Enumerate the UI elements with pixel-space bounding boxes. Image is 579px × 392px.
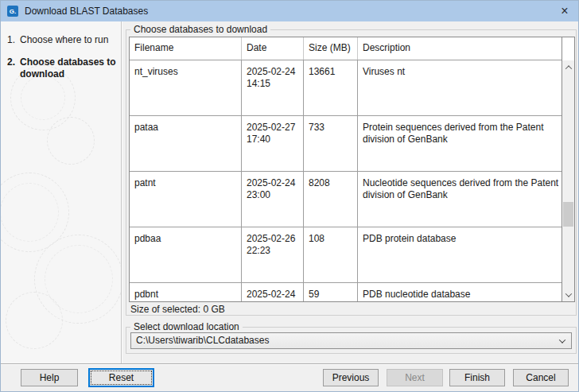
panel-divider-highlight [122,21,122,364]
cell-filename: pataa [130,116,242,171]
table-scrollbar[interactable] [562,37,574,301]
wizard-steps-list: 1.Choose where to run2.Choose databases … [7,34,117,91]
cell-size: 8208 [304,172,358,227]
date-value: 2025-02-27 [247,122,301,134]
column-header[interactable]: Filename [130,37,242,60]
time-value: 14:15 [247,78,301,90]
download-location-combobox[interactable]: C:\Users\tiwarib\CLCdatabases [130,332,572,349]
cell-size: 733 [304,116,358,171]
column-header[interactable]: Date [242,37,304,60]
time-value: 23:01 [247,301,301,301]
finish-button[interactable]: Finish [449,369,505,386]
cell-description: Protein sequences derived from the Paten… [358,116,562,171]
time-value: 23:00 [247,189,301,201]
size-of-selected-label: Size of selected: 0 GB [130,304,225,315]
title-bar[interactable]: G. Download BLAST Databases × [1,1,578,21]
cell-size: 108 [304,227,358,282]
cell-size: 13661 [304,60,358,115]
cell-description: Viruses nt [358,60,562,115]
close-icon[interactable]: × [551,1,578,21]
wizard-step-panel: 1.Choose where to run2.Choose databases … [1,21,121,364]
step-label: Choose databases to download [20,56,117,80]
cell-size: 59 [304,283,358,301]
table-row[interactable]: nt_viruses2025-02-2414:1513661Viruses nt [130,60,562,116]
download-blast-databases-dialog: G. Download BLAST Databases × 1.Choose w… [0,0,579,392]
date-value: 2025-02-24 [247,289,301,301]
combobox-dropdown-button[interactable] [554,339,571,343]
chevron-down-icon [565,290,571,297]
step-number: 2. [7,56,20,80]
wizard-step: 1.Choose where to run [7,34,117,46]
wizard-step: 2.Choose databases to download [7,56,117,80]
scrollbar-track[interactable] [562,60,574,301]
footer-divider-highlight [1,364,578,365]
date-value: 2025-02-26 [247,233,301,245]
table-row[interactable]: patnt2025-02-2423:008208Nucleotide seque… [130,172,562,227]
table-row[interactable]: pdbaa2025-02-2622:23108PDB protein datab… [130,227,562,283]
watermark-swirl [6,292,63,349]
cell-description: PDB nucleotide database [358,283,562,301]
scroll-down-button[interactable] [562,288,574,301]
cell-description: Nucleotide sequences derived from the Pa… [358,172,562,227]
cell-filename: pdbaa [130,227,242,282]
cell-date: 2025-02-2423:01 [242,283,304,301]
cell-date: 2025-02-2622:23 [242,227,304,282]
watermark-swirl [47,117,95,165]
date-value: 2025-02-24 [247,177,301,189]
previous-button[interactable]: Previous [323,369,379,386]
cell-filename: patnt [130,172,242,227]
cell-date: 2025-02-2414:15 [242,60,304,115]
databases-table: FilenameDateSize (MB)Description nt_viru… [129,37,575,302]
cell-filename: pdbnt [130,283,242,301]
step-label: Choose where to run [20,34,117,46]
table-row[interactable]: pataa2025-02-2717:40733Protein sequences… [130,116,562,172]
column-header[interactable]: Description [358,37,562,60]
cancel-button[interactable]: Cancel [513,369,569,386]
time-value: 22:23 [247,245,301,257]
window-title: Download BLAST Databases [25,6,148,17]
scrollbar-thumb[interactable] [563,202,573,227]
chevron-up-icon [565,65,571,72]
cell-description: PDB protein database [358,227,562,282]
download-location-legend: Select download location [130,321,243,332]
table-body: nt_viruses2025-02-2414:1513661Viruses nt… [130,60,562,301]
databases-groupbox-legend: Choose databases to download [130,24,270,35]
chevron-down-icon [559,336,565,343]
next-button[interactable]: Next [387,369,443,386]
step-number: 1. [7,34,20,46]
databases-table-area: FilenameDateSize (MB)Description nt_viru… [130,37,562,301]
cell-filename: nt_viruses [130,60,242,115]
help-button[interactable]: Help [21,369,78,386]
cell-date: 2025-02-2423:00 [242,172,304,227]
time-value: 17:40 [247,134,301,146]
table-header-row: FilenameDateSize (MB)Description [130,37,562,60]
scroll-up-button[interactable] [562,60,574,74]
download-location-value: C:\Users\tiwarib\CLCdatabases [131,333,554,348]
reset-button[interactable]: Reset [88,368,154,387]
table-row[interactable]: pdbnt2025-02-2423:0159PDB nucleotide dat… [130,283,562,301]
date-value: 2025-02-24 [247,66,301,78]
cell-date: 2025-02-2717:40 [242,116,304,171]
column-header[interactable]: Size (MB) [304,37,358,60]
app-icon: G. [7,6,18,17]
